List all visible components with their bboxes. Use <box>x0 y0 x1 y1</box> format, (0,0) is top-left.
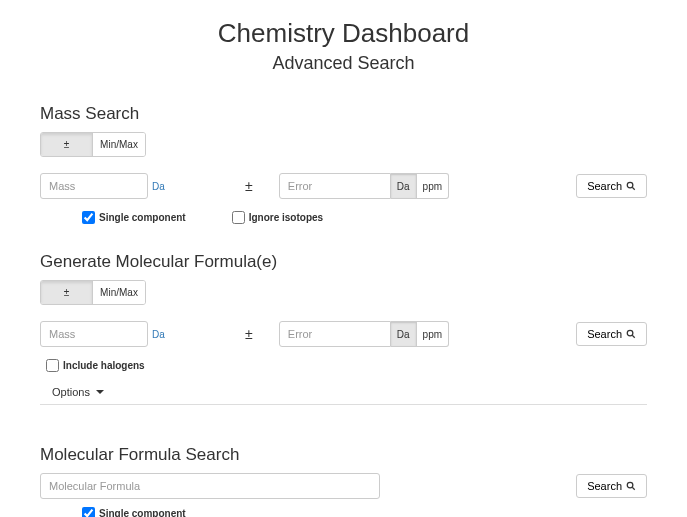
search-button-label: Search <box>587 180 622 192</box>
tab-minmax[interactable]: Min/Max <box>93 133 145 156</box>
mass-unit-link[interactable]: Da <box>152 181 165 192</box>
single-component-checkbox[interactable] <box>82 211 95 224</box>
caret-down-icon <box>96 390 104 394</box>
tab-minmax[interactable]: Min/Max <box>93 281 145 304</box>
generate-formula-section: Generate Molecular Formula(e) ± Min/Max … <box>40 252 647 405</box>
search-icon <box>626 181 636 191</box>
svg-point-4 <box>627 482 633 488</box>
search-button-label: Search <box>587 328 622 340</box>
page-title: Chemistry Dashboard <box>40 18 647 49</box>
error-input[interactable] <box>279 173 391 199</box>
mass-unit-link[interactable]: Da <box>152 329 165 340</box>
error-input-group: Da ppm <box>279 173 449 199</box>
search-icon <box>626 481 636 491</box>
molecular-formula-search-title: Molecular Formula Search <box>40 445 647 465</box>
generate-formula-mode-toggle: ± Min/Max <box>40 280 146 305</box>
mass-search-title: Mass Search <box>40 104 647 124</box>
search-button-label: Search <box>587 480 622 492</box>
single-component-label: Single component <box>99 508 186 517</box>
generate-formula-search-button[interactable]: Search <box>576 322 647 346</box>
single-component-label: Single component <box>99 212 186 223</box>
svg-point-2 <box>627 330 633 336</box>
svg-line-1 <box>632 187 635 190</box>
molecular-formula-search-section: Molecular Formula Search Search Single c… <box>40 445 647 517</box>
svg-point-0 <box>627 182 633 188</box>
plus-minus-symbol: ± <box>219 178 279 194</box>
error-input-group: Da ppm <box>279 321 449 347</box>
unit-da-button[interactable]: Da <box>391 173 417 199</box>
tab-plusminus[interactable]: ± <box>41 281 93 304</box>
plus-minus-symbol: ± <box>219 326 279 342</box>
mass-search-mode-toggle: ± Min/Max <box>40 132 146 157</box>
mass-input[interactable] <box>40 173 148 199</box>
svg-line-3 <box>632 335 635 338</box>
tab-plusminus[interactable]: ± <box>41 133 93 156</box>
single-component-checkbox[interactable] <box>82 507 95 517</box>
ignore-isotopes-check[interactable]: Ignore isotopes <box>232 211 323 224</box>
mass-search-section: Mass Search ± Min/Max Da ± Da ppm Search <box>40 104 647 224</box>
options-label: Options <box>52 386 90 398</box>
molecular-formula-input[interactable] <box>40 473 380 499</box>
single-component-check[interactable]: Single component <box>82 507 647 517</box>
options-dropdown[interactable]: Options <box>40 380 647 405</box>
include-halogens-checkbox[interactable] <box>46 359 59 372</box>
molecular-formula-search-button[interactable]: Search <box>576 474 647 498</box>
error-input[interactable] <box>279 321 391 347</box>
ignore-isotopes-checkbox[interactable] <box>232 211 245 224</box>
unit-ppm-button[interactable]: ppm <box>417 173 449 199</box>
include-halogens-label: Include halogens <box>63 360 145 371</box>
mass-search-button[interactable]: Search <box>576 174 647 198</box>
generate-formula-title: Generate Molecular Formula(e) <box>40 252 647 272</box>
single-component-check[interactable]: Single component <box>82 211 186 224</box>
page-subtitle: Advanced Search <box>40 53 647 74</box>
mass-input-group: Da <box>40 321 165 347</box>
include-halogens-check[interactable]: Include halogens <box>46 359 647 372</box>
unit-ppm-button[interactable]: ppm <box>417 321 449 347</box>
search-icon <box>626 329 636 339</box>
mass-input[interactable] <box>40 321 148 347</box>
svg-line-5 <box>632 487 635 490</box>
mass-input-group: Da <box>40 173 165 199</box>
ignore-isotopes-label: Ignore isotopes <box>249 212 323 223</box>
unit-da-button[interactable]: Da <box>391 321 417 347</box>
